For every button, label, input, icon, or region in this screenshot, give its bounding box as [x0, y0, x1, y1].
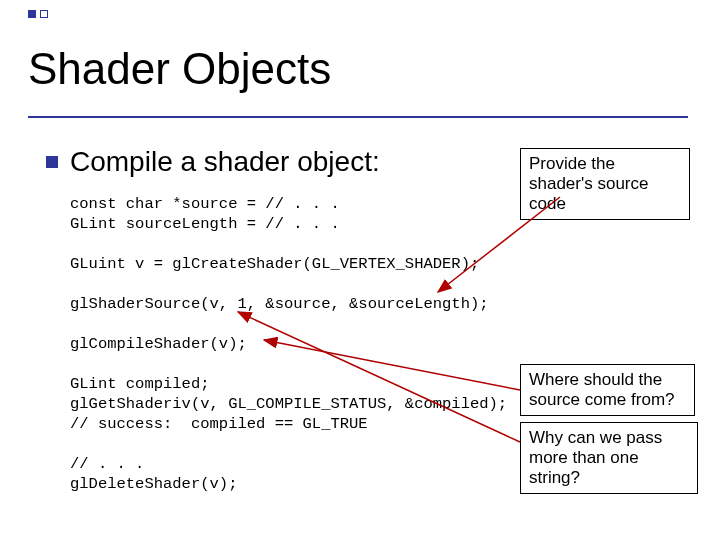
- code-line: glGetShaderiv(v, GL_COMPILE_STATUS, &com…: [70, 395, 507, 413]
- code-line: glShaderSource(v, 1, &source, &sourceLen…: [70, 295, 489, 313]
- code-line: GLint compiled;: [70, 375, 210, 393]
- slide-subtitle: Compile a shader object:: [70, 146, 380, 178]
- callout-why-multiple: Why can we pass more than one string?: [520, 422, 698, 494]
- code-line: const char *source = // . . .: [70, 195, 340, 213]
- callout-provide-source: Provide the shader's source code: [520, 148, 690, 220]
- callout-where-source: Where should the source come from?: [520, 364, 695, 416]
- corner-decoration-filled: [28, 10, 36, 18]
- corner-decoration-outline: [40, 10, 48, 18]
- title-rule: [28, 116, 688, 118]
- code-line: GLuint v = glCreateShader(GL_VERTEX_SHAD…: [70, 255, 479, 273]
- code-line: // success: compiled == GL_TRUE: [70, 415, 368, 433]
- code-line: // . . .: [70, 455, 144, 473]
- code-line: glDeleteShader(v);: [70, 475, 237, 493]
- code-line: GLint sourceLength = // . . .: [70, 215, 340, 233]
- slide: Shader Objects Compile a shader object: …: [0, 0, 720, 540]
- code-block: const char *source = // . . . GLint sour…: [70, 194, 507, 494]
- slide-title: Shader Objects: [28, 44, 331, 94]
- code-line: glCompileShader(v);: [70, 335, 247, 353]
- bullet-icon: [46, 156, 58, 168]
